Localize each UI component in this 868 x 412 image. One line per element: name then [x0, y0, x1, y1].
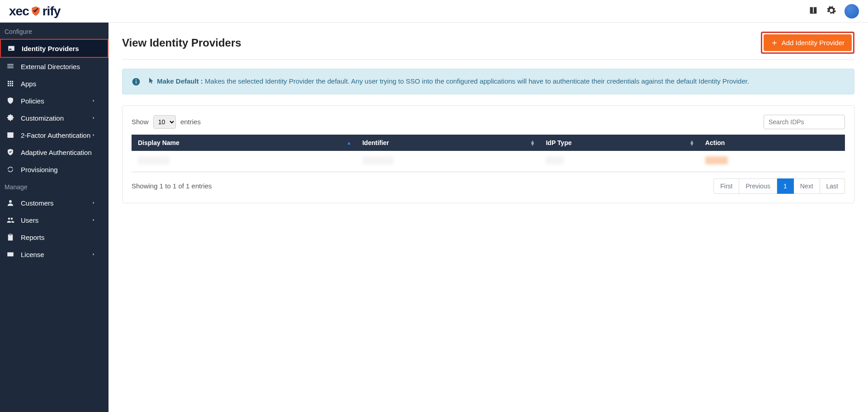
main-content: View Identity Providers Add Identity Pro…	[108, 23, 868, 412]
chevron-right-icon	[91, 201, 96, 205]
svg-rect-1	[136, 81, 137, 84]
sync-icon	[6, 165, 14, 173]
col-identifier[interactable]: Identifier▲▼	[356, 135, 539, 151]
table-row	[132, 151, 845, 172]
sort-icon: ▲▼	[689, 140, 694, 145]
page-title: View Identity Providers	[122, 37, 241, 49]
brand-text-post: rify	[42, 4, 61, 19]
show-label-post: entries	[180, 118, 201, 126]
sidebar-item-apps[interactable]: Apps	[0, 75, 108, 92]
info-body: Makes the selected Identity Provider the…	[205, 77, 749, 85]
sidebar-item-label: Customers	[21, 199, 54, 207]
sidebar-item-label: Provisioning	[21, 166, 58, 173]
add-button-label: Add Identity Provider	[782, 39, 844, 47]
book-icon[interactable]	[808, 5, 818, 17]
sidebar-item-label: Customization	[21, 114, 64, 122]
info-lead: Make Default :	[157, 77, 203, 85]
cell-display-name	[132, 151, 356, 172]
show-label-pre: Show	[132, 118, 149, 126]
chevron-right-icon	[91, 133, 96, 137]
sidebar-item-reports[interactable]: Reports	[0, 229, 108, 246]
sidebar-item-identity-providers[interactable]: Identity Providers	[0, 39, 108, 58]
cell-action[interactable]	[699, 151, 845, 172]
cell-identifier	[356, 151, 539, 172]
col-display-name[interactable]: Display Name▲	[132, 135, 356, 151]
top-bar: xec rify	[0, 0, 868, 23]
sidebar-item-provisioning[interactable]: Provisioning	[0, 161, 108, 178]
pager-last[interactable]: Last	[820, 178, 845, 194]
sidebar-item-customers[interactable]: Customers	[0, 194, 108, 211]
chevron-right-icon	[91, 116, 96, 120]
entries-info: Showing 1 to 1 of 1 entries	[132, 182, 212, 190]
info-text: Make Default : Makes the selected Identi…	[149, 76, 749, 87]
table-card: Show 10 entries Display Name▲ Identifier…	[122, 105, 854, 203]
pager-first[interactable]: First	[713, 178, 739, 194]
sort-asc-icon: ▲	[347, 141, 352, 144]
pager-next[interactable]: Next	[794, 178, 820, 194]
sidebar-section-label: Configure	[0, 23, 108, 39]
card-icon	[6, 250, 14, 258]
sidebar-item-label: Identity Providers	[22, 45, 79, 52]
person-icon	[6, 199, 14, 207]
list-icon	[6, 62, 14, 70]
search-input[interactable]	[764, 115, 845, 129]
topbar-actions	[808, 4, 859, 19]
sidebar: ConfigureIdentity ProvidersExternal Dire…	[0, 23, 108, 412]
pager: First Previous 1 Next Last	[713, 178, 845, 194]
sidebar-item-external-directories[interactable]: External Directories	[0, 58, 108, 75]
plus-icon	[771, 39, 778, 47]
entries-select[interactable]: 10	[153, 115, 176, 129]
chevron-right-icon	[91, 98, 96, 103]
chevron-right-icon	[91, 218, 96, 222]
sidebar-item-label: Adaptive Authentication	[21, 149, 92, 156]
add-identity-provider-button[interactable]: Add Identity Provider	[764, 34, 852, 51]
sidebar-item-label: Policies	[21, 97, 44, 105]
id-card-icon	[7, 44, 15, 52]
table-footer: Showing 1 to 1 of 1 entries First Previo…	[132, 178, 845, 194]
sidebar-item-adaptive-authentication[interactable]: Adaptive Authentication	[0, 144, 108, 161]
table-head: Display Name▲ Identifier▲▼ IdP Type▲▼ Ac…	[132, 135, 845, 151]
avatar[interactable]	[844, 4, 859, 19]
sidebar-item-users[interactable]: Users	[0, 211, 108, 229]
clipboard-icon	[6, 233, 14, 241]
sidebar-item-label: License	[21, 251, 44, 258]
people-icon	[6, 216, 14, 224]
svg-point-2	[136, 80, 137, 80]
info-box: Make Default : Makes the selected Identi…	[122, 69, 854, 94]
gear-icon[interactable]	[826, 5, 836, 17]
grid-icon	[6, 80, 14, 88]
sidebar-item-label: External Directories	[21, 63, 80, 70]
col-action: Action	[699, 135, 845, 151]
sidebar-section-label: Manage	[0, 178, 108, 194]
table-controls: Show 10 entries	[132, 115, 845, 129]
sidebar-item-policies[interactable]: Policies	[0, 92, 108, 109]
sidebar-item-label: Users	[21, 216, 38, 224]
pager-page-1[interactable]: 1	[777, 178, 794, 194]
info-icon	[132, 77, 141, 86]
add-button-highlight: Add Identity Provider	[761, 32, 854, 54]
puzzle-icon	[6, 114, 14, 122]
page-header: View Identity Providers Add Identity Pro…	[122, 32, 854, 59]
sort-icon: ▲▼	[530, 140, 535, 145]
pager-previous[interactable]: Previous	[739, 178, 777, 194]
idp-table: Display Name▲ Identifier▲▼ IdP Type▲▼ Ac…	[132, 135, 845, 172]
shield-check-icon	[6, 148, 14, 156]
cursor-icon	[149, 76, 154, 87]
sidebar-item-license[interactable]: License	[0, 246, 108, 263]
brand-logo: xec rify	[9, 4, 60, 19]
sidebar-item-label: Apps	[21, 80, 36, 88]
shield-icon	[6, 97, 14, 105]
header-rule	[122, 59, 854, 60]
brand-text-pre: xec	[9, 4, 29, 19]
col-idp-type[interactable]: IdP Type▲▼	[539, 135, 698, 151]
sidebar-item-2-factor-authentication[interactable]: 2-Factor Authentication	[0, 126, 108, 144]
entries-selector: Show 10 entries	[132, 115, 201, 129]
cell-idp-type	[539, 151, 698, 172]
brand-shield-icon	[30, 5, 42, 17]
keypad-icon	[6, 131, 14, 139]
sidebar-item-customization[interactable]: Customization	[0, 109, 108, 126]
sidebar-item-label: Reports	[21, 234, 45, 241]
table-body	[132, 151, 845, 172]
sidebar-item-label: 2-Factor Authentication	[21, 131, 90, 139]
chevron-right-icon	[91, 252, 96, 257]
